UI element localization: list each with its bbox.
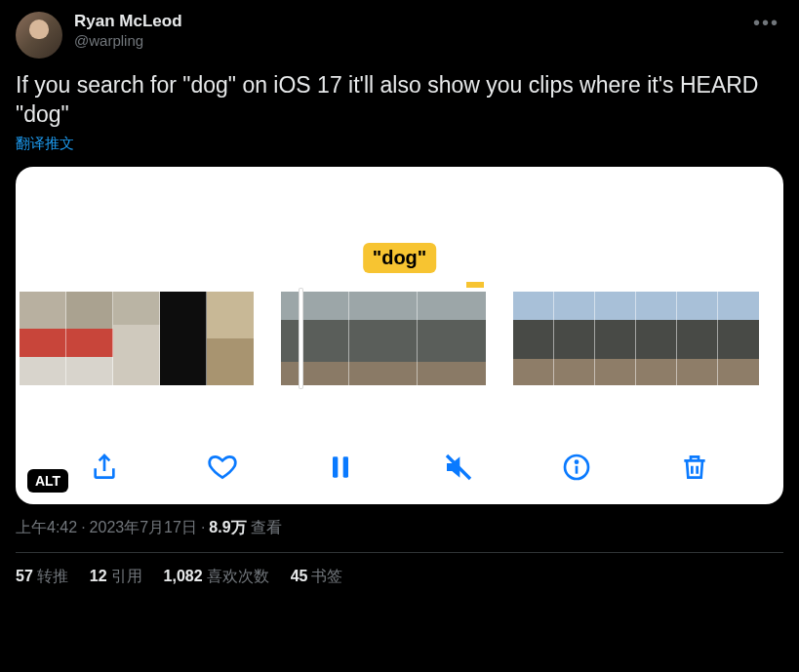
- video-frame: [636, 292, 677, 385]
- video-frame: [718, 292, 759, 385]
- view-label: 查看: [251, 519, 282, 535]
- translate-link[interactable]: 翻译推文: [16, 135, 74, 153]
- svg-rect-1: [343, 456, 348, 477]
- mute-icon[interactable]: [439, 448, 478, 487]
- video-frame: [554, 292, 595, 385]
- video-frame: [677, 292, 718, 385]
- clip-group[interactable]: [20, 292, 254, 385]
- media-card[interactable]: "dog": [16, 167, 783, 504]
- stat-quotes[interactable]: 12引用: [90, 567, 142, 587]
- clip-group[interactable]: [513, 292, 759, 385]
- info-icon[interactable]: [557, 448, 596, 487]
- stat-likes[interactable]: 1,082喜欢次数: [164, 567, 269, 587]
- clip-group[interactable]: [281, 292, 486, 385]
- video-scrubber[interactable]: [16, 292, 783, 385]
- stat-bookmarks[interactable]: 45书签: [291, 567, 343, 587]
- video-frame: [113, 292, 160, 385]
- heart-icon[interactable]: [203, 448, 242, 487]
- more-icon[interactable]: •••: [749, 12, 783, 34]
- video-frame: [20, 292, 66, 385]
- video-frame: [418, 292, 486, 385]
- video-frame: [207, 292, 254, 385]
- stat-retweets[interactable]: 57转推: [16, 567, 68, 587]
- video-frame: [595, 292, 636, 385]
- video-frame: [66, 292, 113, 385]
- alt-badge[interactable]: ALT: [27, 469, 68, 493]
- marker-tick: [466, 282, 484, 288]
- video-frame: [513, 292, 554, 385]
- playhead[interactable]: [299, 288, 303, 389]
- trash-icon[interactable]: [675, 448, 714, 487]
- author-name[interactable]: Ryan McLeod: [74, 12, 738, 31]
- svg-rect-0: [333, 456, 338, 477]
- tweet-text: If you search for "dog" on iOS 17 it'll …: [16, 70, 783, 129]
- share-icon[interactable]: [85, 448, 124, 487]
- video-frame: [349, 292, 418, 385]
- video-frame: [281, 292, 349, 385]
- view-count: 8.9万: [209, 519, 246, 535]
- svg-point-4: [576, 461, 578, 463]
- tweet-time[interactable]: 上午4:42: [16, 519, 77, 535]
- video-frame: [160, 292, 207, 385]
- search-term-badge: "dog": [363, 243, 437, 273]
- tweet-meta: 上午4:42·2023年7月17日·8.9万 查看: [16, 518, 783, 553]
- author-handle[interactable]: @warpling: [74, 31, 738, 51]
- avatar[interactable]: [16, 12, 62, 59]
- tweet-date[interactable]: 2023年7月17日: [90, 519, 197, 535]
- pause-icon[interactable]: [321, 448, 360, 487]
